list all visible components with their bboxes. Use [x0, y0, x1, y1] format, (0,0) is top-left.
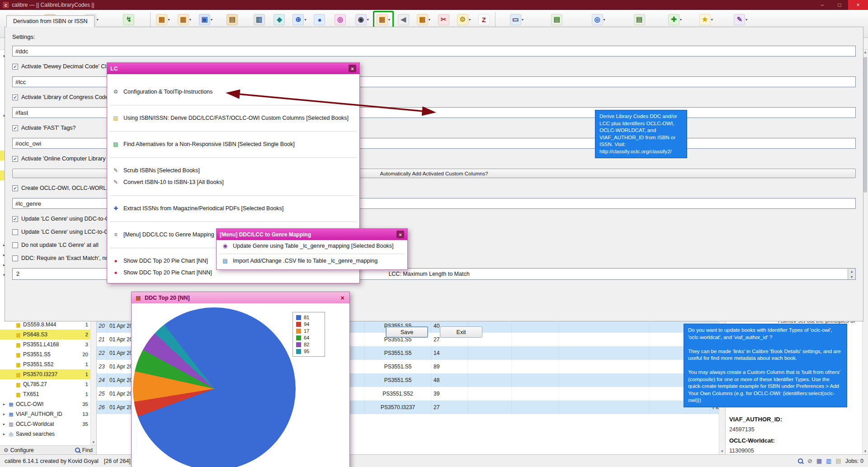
dropdown-arrow-icon[interactable]: ▾: [604, 18, 605, 22]
abacus-icon: ▦: [156, 14, 167, 25]
dropdown-arrow-icon[interactable]: ▾: [97, 18, 99, 22]
piered-icon: ●: [112, 269, 119, 276]
sidebar-item-oclc-worldcat[interactable]: ▸▥OCLC-Worldcat35: [0, 419, 90, 429]
sidebar-item-label: OCLC-Worldcat: [16, 421, 54, 427]
sidebar-item-ps3551-s5[interactable]: ▆PS3551.S520: [0, 349, 90, 359]
sidebar-item-ql785-27[interactable]: ▆QL785.271: [0, 379, 90, 389]
dropdown-arrow-icon[interactable]: ▾: [680, 18, 682, 22]
lc-menu-title-bar[interactable]: LC ×: [107, 63, 359, 74]
book-details-toggle-icon[interactable]: ▤: [835, 458, 841, 464]
menu-item-label: [Menu] DDC/LCC to Genre Mapping: [123, 231, 214, 238]
dropdown-arrow-icon[interactable]: ▾: [711, 18, 713, 22]
maximize-button[interactable]: □: [831, 0, 848, 10]
minimize-button[interactable]: –: [814, 0, 831, 10]
menu-item-scrub-isbns-selected-books[interactable]: ✎Scrub ISBNs [Selected Books]: [107, 165, 359, 176]
eye-icon: ◉: [355, 14, 367, 25]
menu-item-convert-isbn-10-to-isbn-13-all-books[interactable]: ✎Convert ISBN-10 to ISBN-13 [All Books]: [107, 176, 359, 188]
grid-view-icon[interactable]: ▦: [816, 458, 822, 464]
submenu-items: ◉Update Genre using Table _lc_genre_mapp…: [217, 240, 407, 267]
dropdown-arrow-icon[interactable]: ▾: [168, 18, 170, 22]
spinner-buttons[interactable]: ▲▼: [848, 269, 855, 279]
sidebar-item-ps3551-s52[interactable]: ▆PS3551.S521: [0, 359, 90, 369]
magblue-icon: ◎: [592, 14, 603, 25]
menu-item-extract-issns-from-magazine-periodical-pdfs-selected-books[interactable]: ✚Extract ISSNs from Magazine/Periodical …: [107, 203, 359, 214]
menu-item-using-isbn-issn-derive-ddc-lcc-fast-oclc-owi-custom-columns-selected-books[interactable]: ▤Using ISBN/ISSN: Derive DDC/LCC/FAST/OC…: [107, 112, 359, 124]
star-icon: ★: [699, 14, 711, 25]
menu-item-label: Extract ISSNs from Magazine/Periodical P…: [123, 205, 283, 212]
sidebar-item-viaf-author-id[interactable]: ▸▦VIAF_AUTHOR_ID13: [0, 409, 90, 419]
sidebar-item-label: PS3551.S52: [23, 361, 53, 368]
dropdown-arrow-icon[interactable]: ▾: [211, 18, 212, 22]
sidebar-item-count: 1: [85, 372, 90, 377]
ddc-pie-chart-dialog: ▤ DDC Top 20 [NN] × 819417648295: [131, 292, 350, 467]
legend-swatch: [296, 329, 301, 334]
sidebar-item-count: 1: [85, 382, 90, 387]
dropdown-arrow-icon[interactable]: ▾: [469, 18, 471, 22]
legend-swatch: [296, 322, 301, 327]
configure-button[interactable]: ⚙ Configure: [4, 447, 34, 453]
cell-owi: 14: [431, 346, 468, 360]
extra-value[interactable]: 24597135: [729, 426, 859, 433]
checkbox-label: Activate 'FAST' Tags?: [21, 125, 76, 131]
cell-wc: [468, 387, 512, 401]
jobs-indicator[interactable]: Jobs: 0: [845, 458, 863, 464]
spin-down-icon[interactable]: ▼: [848, 274, 855, 279]
dropdown-arrow-icon[interactable]: ▾: [388, 18, 390, 22]
ddc-column-input[interactable]: #ddc: [12, 46, 856, 57]
dropdown-arrow-icon[interactable]: ▾: [189, 18, 191, 22]
expander-icon[interactable]: ▸: [2, 402, 6, 406]
legend-entry: 82: [296, 342, 321, 347]
tab-derivation[interactable]: Derivation from ISBN or ISSN: [6, 15, 94, 27]
zoom-icon[interactable]: [798, 458, 803, 464]
sidebar-item-tx651[interactable]: ▆TX6511: [0, 389, 90, 399]
save-button[interactable]: Save: [386, 326, 428, 338]
sidebar-item-ps3570-i3237[interactable]: ▆PS3570.I32371: [0, 369, 90, 379]
expander-icon[interactable]: ▸: [2, 422, 6, 426]
sidebar-item-saved-searches[interactable]: ▸◎Saved searches: [0, 429, 90, 439]
sidebar-item-ps3551-l4168[interactable]: ▆PS3551.L41683: [0, 340, 90, 349]
menu-item-configuration-tooltip-instructions[interactable]: ⚙Configuration & ToolTip-Instructions: [107, 86, 359, 98]
expander-icon[interactable]: ▸: [2, 412, 6, 416]
pie-dialog-title-bar[interactable]: ▤ DDC Top 20 [NN] ×: [132, 292, 349, 303]
cover-grid-icon[interactable]: ▥: [826, 458, 831, 464]
dropdown-arrow-icon[interactable]: ▾: [522, 18, 524, 22]
scroll-down-icon[interactable]: ▼: [719, 449, 725, 454]
tag-yellow-icon: ▆: [15, 362, 22, 368]
checkbox-icon: ✔: [12, 64, 18, 70]
close-icon[interactable]: ×: [396, 231, 404, 238]
dropdown-arrow-icon[interactable]: ▾: [429, 18, 430, 22]
legend-entry: 94: [296, 321, 321, 327]
menu-item-update-genre-using-table-lc-genre-mapping-selected-books[interactable]: ◉Update Genre using Table _lc_genre_mapp…: [217, 240, 407, 252]
scissors-icon: ✂: [438, 14, 449, 25]
exit-button[interactable]: Exit: [440, 326, 482, 338]
submenu-title-bar[interactable]: [Menu] DDC/LCC to Genre Mapping ×: [217, 229, 407, 240]
sidebar-item-count: 35: [82, 421, 90, 427]
expander-icon[interactable]: ▸: [2, 432, 6, 436]
extra-value[interactable]: 11309005: [729, 448, 859, 454]
find-button[interactable]: Find: [75, 447, 93, 453]
close-icon[interactable]: ×: [339, 294, 346, 302]
book-details-scroll-thumb[interactable]: [863, 57, 867, 193]
scroll-down-icon[interactable]: ▼: [91, 440, 96, 445]
ddc-pie-chart: [133, 307, 296, 467]
cell-num: 22: [97, 346, 107, 360]
menu-item-import-add-change-csv-file-to-table-lc-genre-mapping[interactable]: ▤Import Add/Change .CSV file to Table _l…: [217, 255, 407, 267]
spin-up-icon[interactable]: ▲: [848, 269, 855, 274]
dropdown-arrow-icon[interactable]: ▾: [745, 18, 747, 22]
close-icon[interactable]: ×: [349, 65, 356, 72]
edit-icon: ✎: [734, 14, 745, 25]
menu-item-find-alternatives-for-a-non-responsive-isbn-selected-single-book[interactable]: ▤Find Alternatives for a Non-Responsive …: [107, 138, 359, 150]
cell-num: 23: [97, 360, 107, 373]
sidebar-item-count: 1: [85, 362, 90, 367]
menu-item-label: Configuration & ToolTip-Instructions: [123, 89, 212, 95]
menu-separator: [107, 150, 359, 165]
close-button[interactable]: ×: [848, 0, 868, 10]
eraser-icon[interactable]: ⊘: [807, 458, 812, 464]
dropdown-arrow-icon[interactable]: ▾: [304, 18, 306, 22]
sidebar-item-oclc-owi[interactable]: ▸▦OCLC-OWI35: [0, 399, 90, 409]
dropdown-arrow-icon[interactable]: ▾: [367, 18, 369, 22]
sidebar-item-count: 35: [82, 401, 90, 407]
cell-num: 26: [97, 401, 107, 414]
identifiers-tooltip: Do you want to update books with Identif…: [684, 324, 847, 407]
scroll-down-icon[interactable]: ▼: [863, 449, 868, 454]
